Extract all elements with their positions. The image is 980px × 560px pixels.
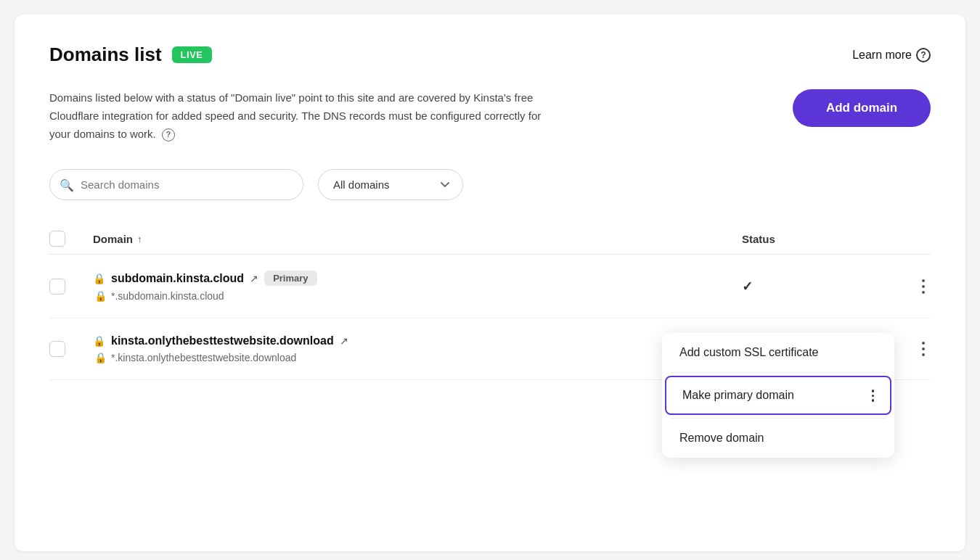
search-input[interactable] — [49, 169, 303, 200]
row1-check — [49, 279, 93, 295]
header-check-col — [49, 231, 93, 247]
page-title: Domains list — [49, 44, 162, 66]
row1-checkbox[interactable] — [49, 279, 65, 295]
row1-wildcard: *.subdomain.kinsta.cloud — [111, 290, 224, 302]
domains-table: Domain ↑ Status 🔒 subdomain.kinsta.cloud… — [49, 223, 931, 380]
row1-domain-cell: 🔒 subdomain.kinsta.cloud ↗ Primary 🔒 *.s… — [93, 271, 742, 302]
lock-icon-1b: 🔒 — [94, 290, 107, 302]
dot4 — [922, 342, 925, 345]
row1-status-check: ✓ — [742, 279, 753, 295]
select-all-checkbox[interactable] — [49, 231, 65, 247]
header-row: Domains list LIVE Learn more ? — [49, 44, 931, 66]
add-domain-button[interactable]: Add domain — [793, 89, 931, 127]
context-menu-item-ssl[interactable]: Add custom SSL certificate — [662, 333, 894, 372]
description-text: Domains listed below with a status of "D… — [49, 89, 543, 143]
status-col-label: Status — [742, 233, 887, 245]
learn-more-label: Learn more — [852, 49, 912, 62]
header-domain-col: Domain ↑ — [93, 233, 742, 245]
row1-actions-button[interactable] — [916, 276, 931, 297]
row2-domain-name: kinsta.onlythebesttestwebsite.download — [111, 334, 334, 347]
row2-checkbox[interactable] — [49, 341, 65, 357]
highlighted-item-dots — [872, 390, 875, 402]
header-status-col: Status — [742, 233, 887, 245]
domain-filter-select[interactable]: All domains — [318, 169, 463, 200]
search-wrapper: 🔍 — [49, 169, 303, 200]
filters-row: 🔍 All domains — [49, 169, 931, 200]
row1-status-cell: ✓ — [742, 279, 887, 295]
learn-more-link[interactable]: Learn more ? — [852, 48, 931, 62]
row1-actions-cell — [887, 276, 931, 297]
dot1 — [922, 279, 925, 282]
sort-arrow-icon: ↑ — [137, 234, 142, 244]
row2-actions-button[interactable] — [916, 339, 931, 359]
lock-icon-2: 🔒 — [93, 335, 105, 347]
header-left: Domains list LIVE — [49, 44, 212, 66]
primary-badge-1: Primary — [264, 271, 317, 286]
external-link-icon-2[interactable]: ↗ — [340, 335, 348, 347]
row2-domain-cell: 🔒 kinsta.onlythebesttestwebsite.download… — [93, 334, 742, 363]
help-icon: ? — [916, 48, 931, 62]
dot6 — [922, 353, 925, 356]
lock-icon-1: 🔒 — [93, 273, 105, 284]
row2-check — [49, 341, 93, 357]
dot2 — [922, 285, 925, 288]
table-header: Domain ↑ Status — [49, 223, 931, 255]
external-link-icon-1[interactable]: ↗ — [250, 273, 258, 284]
dot3 — [922, 291, 925, 294]
table-row: 🔒 kinsta.onlythebesttestwebsite.download… — [49, 318, 931, 380]
desc-row: Domains listed below with a status of "D… — [49, 89, 931, 143]
context-menu-item-primary[interactable]: Make primary domain — [665, 376, 891, 415]
dot5 — [922, 347, 925, 350]
context-menu-item-remove[interactable]: Remove domain — [662, 419, 894, 458]
lock-icon-2b: 🔒 — [94, 352, 107, 363]
search-icon: 🔍 — [60, 178, 74, 192]
live-badge: LIVE — [172, 46, 212, 63]
row2-wildcard: *.kinsta.onlythebesttestwebsite.download — [111, 352, 296, 363]
domain-col-label: Domain — [93, 233, 133, 245]
description-help-icon: ? — [162, 128, 175, 141]
context-menu: Add custom SSL certificate Make primary … — [662, 333, 894, 458]
table-row: 🔒 subdomain.kinsta.cloud ↗ Primary 🔒 *.s… — [49, 255, 931, 318]
context-menu-divider-1 — [671, 372, 886, 373]
row1-domain-name: subdomain.kinsta.cloud — [111, 272, 244, 285]
page-container: Domains list LIVE Learn more ? Domains l… — [15, 15, 965, 551]
